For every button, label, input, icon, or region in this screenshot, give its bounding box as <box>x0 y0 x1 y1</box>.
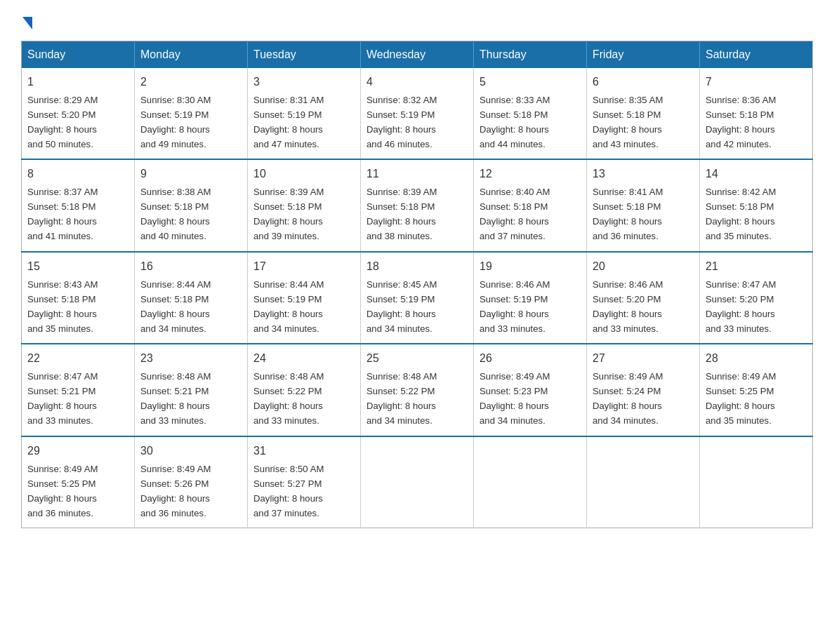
calendar-cell: 24Sunrise: 8:48 AMSunset: 5:22 PMDayligh… <box>248 344 361 436</box>
day-info: Sunrise: 8:40 AMSunset: 5:18 PMDaylight:… <box>479 187 550 241</box>
col-header-tuesday: Tuesday <box>248 41 361 69</box>
calendar-cell: 27Sunrise: 8:49 AMSunset: 5:24 PMDayligh… <box>587 344 700 436</box>
day-number: 3 <box>253 74 355 91</box>
day-number: 23 <box>140 350 241 368</box>
day-number: 1 <box>27 74 128 91</box>
calendar-cell: 1Sunrise: 8:29 AMSunset: 5:20 PMDaylight… <box>22 68 135 159</box>
col-header-friday: Friday <box>587 41 700 69</box>
calendar-cell: 2Sunrise: 8:30 AMSunset: 5:19 PMDaylight… <box>135 68 248 159</box>
calendar-cell <box>361 436 474 528</box>
calendar-cell: 9Sunrise: 8:38 AMSunset: 5:18 PMDaylight… <box>135 159 248 251</box>
day-number: 2 <box>140 74 241 91</box>
day-info: Sunrise: 8:45 AMSunset: 5:19 PMDaylight:… <box>366 279 437 334</box>
calendar-cell: 6Sunrise: 8:35 AMSunset: 5:18 PMDaylight… <box>587 68 700 159</box>
calendar-cell: 5Sunrise: 8:33 AMSunset: 5:18 PMDaylight… <box>474 68 587 159</box>
day-info: Sunrise: 8:35 AMSunset: 5:18 PMDaylight:… <box>593 95 663 149</box>
day-number: 26 <box>479 350 581 368</box>
calendar-week-2: 8Sunrise: 8:37 AMSunset: 5:18 PMDaylight… <box>22 159 813 251</box>
day-number: 29 <box>27 443 128 460</box>
calendar-week-5: 29Sunrise: 8:49 AMSunset: 5:25 PMDayligh… <box>22 436 813 528</box>
calendar-cell: 29Sunrise: 8:49 AMSunset: 5:25 PMDayligh… <box>22 436 135 528</box>
day-number: 24 <box>253 350 355 368</box>
calendar-week-1: 1Sunrise: 8:29 AMSunset: 5:20 PMDaylight… <box>22 68 813 159</box>
day-info: Sunrise: 8:33 AMSunset: 5:18 PMDaylight:… <box>479 95 550 149</box>
day-info: Sunrise: 8:43 AMSunset: 5:18 PMDaylight:… <box>27 279 98 334</box>
col-header-thursday: Thursday <box>474 41 587 69</box>
col-header-monday: Monday <box>135 41 248 69</box>
calendar-cell: 25Sunrise: 8:48 AMSunset: 5:22 PMDayligh… <box>361 344 474 436</box>
calendar-week-3: 15Sunrise: 8:43 AMSunset: 5:18 PMDayligh… <box>22 252 813 344</box>
day-number: 18 <box>366 258 468 276</box>
day-info: Sunrise: 8:36 AMSunset: 5:18 PMDaylight:… <box>706 95 776 149</box>
calendar-cell <box>474 436 587 528</box>
day-info: Sunrise: 8:32 AMSunset: 5:19 PMDaylight:… <box>366 95 437 149</box>
calendar-cell: 30Sunrise: 8:49 AMSunset: 5:26 PMDayligh… <box>135 436 248 528</box>
day-info: Sunrise: 8:48 AMSunset: 5:22 PMDaylight:… <box>253 371 324 426</box>
day-info: Sunrise: 8:49 AMSunset: 5:24 PMDaylight:… <box>593 371 663 426</box>
day-number: 27 <box>593 350 694 368</box>
calendar-week-4: 22Sunrise: 8:47 AMSunset: 5:21 PMDayligh… <box>22 344 813 436</box>
day-info: Sunrise: 8:39 AMSunset: 5:18 PMDaylight:… <box>366 187 437 241</box>
calendar-cell: 8Sunrise: 8:37 AMSunset: 5:18 PMDaylight… <box>22 159 135 251</box>
day-number: 4 <box>366 74 468 91</box>
day-number: 14 <box>706 166 807 183</box>
calendar-cell: 15Sunrise: 8:43 AMSunset: 5:18 PMDayligh… <box>22 252 135 344</box>
day-info: Sunrise: 8:38 AMSunset: 5:18 PMDaylight:… <box>140 187 211 241</box>
day-number: 28 <box>706 350 807 368</box>
day-info: Sunrise: 8:37 AMSunset: 5:18 PMDaylight:… <box>27 187 98 241</box>
col-header-saturday: Saturday <box>700 41 813 69</box>
col-header-sunday: Sunday <box>22 41 135 69</box>
calendar-cell: 11Sunrise: 8:39 AMSunset: 5:18 PMDayligh… <box>361 159 474 251</box>
logo <box>21 14 32 27</box>
day-info: Sunrise: 8:47 AMSunset: 5:21 PMDaylight:… <box>27 371 98 426</box>
day-info: Sunrise: 8:47 AMSunset: 5:20 PMDaylight:… <box>706 279 776 334</box>
calendar-cell: 13Sunrise: 8:41 AMSunset: 5:18 PMDayligh… <box>587 159 700 251</box>
calendar-header-row: SundayMondayTuesdayWednesdayThursdayFrid… <box>22 41 813 69</box>
day-number: 20 <box>593 258 694 276</box>
day-info: Sunrise: 8:49 AMSunset: 5:23 PMDaylight:… <box>479 371 550 426</box>
calendar-cell: 18Sunrise: 8:45 AMSunset: 5:19 PMDayligh… <box>361 252 474 344</box>
calendar-cell: 12Sunrise: 8:40 AMSunset: 5:18 PMDayligh… <box>474 159 587 251</box>
day-number: 7 <box>706 74 807 91</box>
day-number: 10 <box>253 166 355 183</box>
day-number: 15 <box>27 258 128 276</box>
day-number: 12 <box>479 166 581 183</box>
day-number: 19 <box>479 258 581 276</box>
day-number: 30 <box>140 443 241 460</box>
calendar-cell <box>700 436 813 528</box>
day-number: 8 <box>27 166 128 183</box>
calendar-cell: 22Sunrise: 8:47 AMSunset: 5:21 PMDayligh… <box>22 344 135 436</box>
day-info: Sunrise: 8:30 AMSunset: 5:19 PMDaylight:… <box>140 95 211 149</box>
logo-arrow-icon <box>22 17 32 29</box>
calendar-cell: 21Sunrise: 8:47 AMSunset: 5:20 PMDayligh… <box>700 252 813 344</box>
calendar-cell: 4Sunrise: 8:32 AMSunset: 5:19 PMDaylight… <box>361 68 474 159</box>
day-info: Sunrise: 8:46 AMSunset: 5:20 PMDaylight:… <box>593 279 663 334</box>
calendar-cell: 19Sunrise: 8:46 AMSunset: 5:19 PMDayligh… <box>474 252 587 344</box>
calendar-cell: 23Sunrise: 8:48 AMSunset: 5:21 PMDayligh… <box>135 344 248 436</box>
day-number: 9 <box>140 166 241 183</box>
page-header <box>21 14 813 27</box>
day-info: Sunrise: 8:29 AMSunset: 5:20 PMDaylight:… <box>27 95 98 149</box>
calendar-cell: 16Sunrise: 8:44 AMSunset: 5:18 PMDayligh… <box>135 252 248 344</box>
calendar-cell: 14Sunrise: 8:42 AMSunset: 5:18 PMDayligh… <box>700 159 813 251</box>
calendar-cell: 7Sunrise: 8:36 AMSunset: 5:18 PMDaylight… <box>700 68 813 159</box>
calendar-cell: 3Sunrise: 8:31 AMSunset: 5:19 PMDaylight… <box>248 68 361 159</box>
day-number: 25 <box>366 350 468 368</box>
day-info: Sunrise: 8:41 AMSunset: 5:18 PMDaylight:… <box>593 187 663 241</box>
day-info: Sunrise: 8:49 AMSunset: 5:25 PMDaylight:… <box>27 464 98 518</box>
calendar-cell: 31Sunrise: 8:50 AMSunset: 5:27 PMDayligh… <box>248 436 361 528</box>
day-number: 21 <box>706 258 807 276</box>
calendar-cell: 20Sunrise: 8:46 AMSunset: 5:20 PMDayligh… <box>587 252 700 344</box>
day-info: Sunrise: 8:48 AMSunset: 5:22 PMDaylight:… <box>366 371 437 426</box>
day-number: 6 <box>593 74 694 91</box>
day-number: 22 <box>27 350 128 368</box>
day-number: 17 <box>253 258 355 276</box>
day-info: Sunrise: 8:39 AMSunset: 5:18 PMDaylight:… <box>253 187 324 241</box>
day-info: Sunrise: 8:48 AMSunset: 5:21 PMDaylight:… <box>140 371 211 426</box>
day-number: 31 <box>253 443 355 460</box>
day-number: 13 <box>593 166 694 183</box>
day-info: Sunrise: 8:44 AMSunset: 5:19 PMDaylight:… <box>253 279 324 334</box>
calendar-cell: 10Sunrise: 8:39 AMSunset: 5:18 PMDayligh… <box>248 159 361 251</box>
day-info: Sunrise: 8:46 AMSunset: 5:19 PMDaylight:… <box>479 279 550 334</box>
day-info: Sunrise: 8:49 AMSunset: 5:26 PMDaylight:… <box>140 464 211 518</box>
